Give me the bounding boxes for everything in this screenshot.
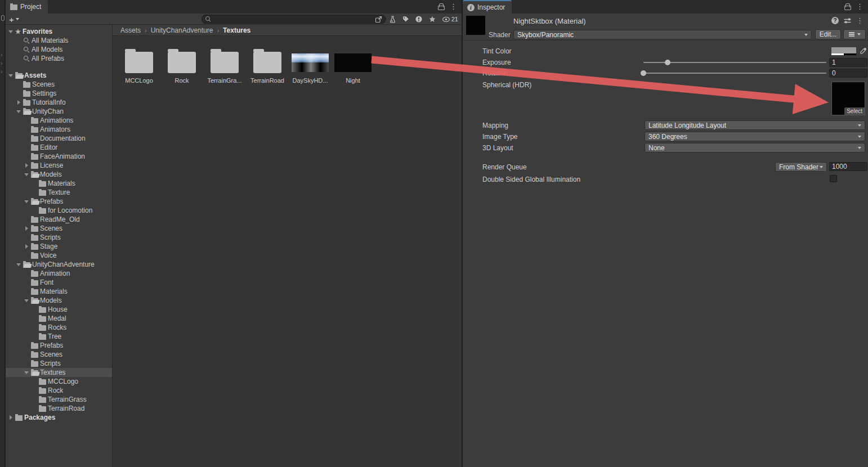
breadcrumb-assets[interactable]: Assets bbox=[120, 26, 141, 34]
expand-down-icon[interactable] bbox=[24, 299, 29, 302]
tree-item-for-locomotion[interactable]: for Locomotion bbox=[6, 206, 112, 215]
tree-item-scenes[interactable]: Scenes bbox=[6, 224, 112, 233]
3d-layout-dropdown[interactable]: None bbox=[645, 143, 865, 152]
chevron-right-icon[interactable]: › bbox=[1, 69, 2, 75]
search-by-type-icon[interactable] bbox=[389, 16, 396, 23]
rotation-slider-thumb[interactable] bbox=[641, 70, 646, 76]
eyedropper-icon[interactable] bbox=[859, 47, 867, 55]
presets-icon[interactable] bbox=[844, 17, 851, 24]
tree-item-tree[interactable]: Tree bbox=[6, 332, 112, 341]
tree-item-unitychanadventure[interactable]: UnityChanAdventure bbox=[6, 260, 112, 269]
image-type-dropdown[interactable]: 360 Degrees bbox=[645, 132, 865, 141]
tree-item-house[interactable]: House bbox=[6, 305, 112, 314]
exposure-value-field[interactable]: 1 bbox=[829, 58, 867, 67]
breadcrumb-textures[interactable]: Textures bbox=[223, 26, 250, 34]
material-preview-thumb[interactable] bbox=[466, 16, 485, 35]
tab-project[interactable]: Project bbox=[6, 0, 48, 14]
tree-item-assets[interactable]: Assets bbox=[6, 71, 112, 80]
tree-item-prefabs[interactable]: Prefabs bbox=[6, 197, 112, 206]
asset-item-rock[interactable]: Rock bbox=[160, 47, 203, 84]
exposure-slider-thumb[interactable] bbox=[665, 60, 670, 65]
tree-item-settings[interactable]: Settings bbox=[6, 89, 112, 98]
tree-item-terraingrass[interactable]: TerrainGrass bbox=[6, 395, 112, 404]
expand-down-icon[interactable] bbox=[24, 200, 29, 203]
material-properties-button[interactable] bbox=[843, 29, 866, 39]
tab-inspector[interactable]: i Inspector bbox=[463, 0, 512, 14]
tree-item-stage[interactable]: Stage bbox=[6, 242, 112, 251]
expand-right-icon[interactable] bbox=[25, 244, 28, 249]
tree-item-faceanimation[interactable]: FaceAnimation bbox=[6, 152, 112, 161]
search-input[interactable] bbox=[202, 15, 386, 24]
chevron-right-icon[interactable]: › bbox=[1, 61, 2, 66]
expand-down-icon[interactable] bbox=[8, 74, 13, 77]
kebab-menu-icon[interactable]: ⋮ bbox=[856, 18, 863, 24]
asset-item-dayskyhd-[interactable]: DaySkyHD... bbox=[289, 47, 332, 84]
expand-right-icon[interactable] bbox=[25, 226, 28, 231]
kebab-menu-icon[interactable]: ⋮ bbox=[450, 4, 457, 10]
visibility-toggle[interactable]: 21 bbox=[442, 16, 458, 23]
tree-item-textures[interactable]: Textures bbox=[6, 368, 112, 377]
rotation-value-field[interactable]: 0 bbox=[829, 69, 867, 78]
chevron-right-icon[interactable]: › bbox=[1, 52, 2, 58]
expand-down-icon[interactable] bbox=[8, 30, 13, 33]
tree-item-animation[interactable]: Animation bbox=[6, 269, 112, 278]
render-queue-mode-dropdown[interactable]: From Shader bbox=[775, 162, 827, 172]
expand-right-icon[interactable] bbox=[25, 163, 28, 168]
tree-item-scripts[interactable]: Scripts bbox=[6, 359, 112, 368]
mapping-dropdown[interactable]: Latitude Longitude Layout bbox=[645, 120, 865, 130]
lock-icon[interactable] bbox=[844, 3, 851, 10]
shader-edit-button[interactable]: Edit... bbox=[815, 29, 841, 39]
favorites-star-icon[interactable] bbox=[428, 16, 436, 23]
tree-item-materials[interactable]: Materials bbox=[6, 287, 112, 296]
tree-item-all-materials[interactable]: All Materials bbox=[6, 36, 112, 45]
tree-item-font[interactable]: Font bbox=[6, 278, 112, 287]
tree-item-materials[interactable]: Materials bbox=[6, 179, 112, 188]
tree-item-scenes[interactable]: Scenes bbox=[6, 80, 112, 89]
tree-item-models[interactable]: Models bbox=[6, 296, 112, 305]
tree-item-mcclogo[interactable]: MCCLogo bbox=[6, 377, 112, 386]
tree-item-tutorialinfo[interactable]: TutorialInfo bbox=[6, 98, 112, 107]
tree-item-scenes[interactable]: Scenes bbox=[6, 350, 112, 359]
tree-item-license[interactable]: License bbox=[6, 161, 112, 170]
spherical-texture-slot[interactable]: Select bbox=[831, 82, 865, 115]
lock-icon[interactable] bbox=[438, 3, 444, 10]
expand-down-icon[interactable] bbox=[16, 110, 21, 113]
exposure-slider[interactable] bbox=[643, 62, 826, 63]
kebab-menu-icon[interactable]: ⋮ bbox=[856, 4, 863, 10]
tree-item-texture[interactable]: Texture bbox=[6, 188, 112, 197]
tree-item-voice[interactable]: Voice bbox=[6, 251, 112, 260]
tree-item-scripts[interactable]: Scripts bbox=[6, 233, 112, 242]
double-sided-gi-checkbox[interactable] bbox=[830, 175, 837, 182]
tree-item-terrainroad[interactable]: TerrainRoad bbox=[6, 404, 112, 413]
breadcrumb-unitychanadventure[interactable]: UnityChanAdventure bbox=[151, 26, 213, 34]
tree-item-editor[interactable]: Editor bbox=[6, 143, 112, 152]
tree-item-favorites[interactable]: ★Favorites bbox=[6, 27, 112, 36]
tree-item-animators[interactable]: Animators bbox=[6, 125, 112, 134]
tree-item-animations[interactable]: Animations bbox=[6, 116, 112, 125]
tree-item-prefabs[interactable]: Prefabs bbox=[6, 341, 112, 350]
tree-item-rock[interactable]: Rock bbox=[6, 386, 112, 395]
tree-item-unitychan[interactable]: UnityChan bbox=[6, 107, 112, 116]
tree-item-rocks[interactable]: Rocks bbox=[6, 323, 112, 332]
asset-item-terraingra-[interactable]: TerrainGra... bbox=[203, 47, 246, 84]
expand-right-icon[interactable] bbox=[17, 100, 20, 105]
asset-item-mcclogo[interactable]: MCCLogo bbox=[118, 47, 160, 84]
expand-down-icon[interactable] bbox=[16, 263, 21, 266]
tree-item-medal[interactable]: Medal bbox=[6, 314, 112, 323]
tint-color-swatch[interactable] bbox=[831, 47, 856, 55]
shader-dropdown[interactable]: Skybox/Panoramic bbox=[513, 30, 812, 39]
add-asset-button[interactable]: + bbox=[9, 14, 19, 25]
open-search-window-icon[interactable] bbox=[375, 16, 382, 23]
tree-item-all-models[interactable]: All Models bbox=[6, 45, 112, 54]
texture-select-button[interactable]: Select bbox=[844, 107, 865, 115]
asset-item-terrainroad[interactable]: TerrainRoad bbox=[246, 47, 289, 84]
help-icon[interactable]: ? bbox=[831, 17, 839, 24]
tree-item-readme-old[interactable]: ReadMe_Old bbox=[6, 215, 112, 224]
expand-down-icon[interactable] bbox=[24, 371, 29, 374]
collapsed-tab-icon[interactable] bbox=[1, 15, 5, 21]
hidden-count-icon[interactable] bbox=[415, 15, 423, 23]
tree-item-packages[interactable]: Packages bbox=[6, 413, 112, 422]
expand-right-icon[interactable] bbox=[10, 415, 12, 420]
search-by-label-icon[interactable] bbox=[402, 16, 409, 23]
expand-down-icon[interactable] bbox=[24, 173, 29, 176]
